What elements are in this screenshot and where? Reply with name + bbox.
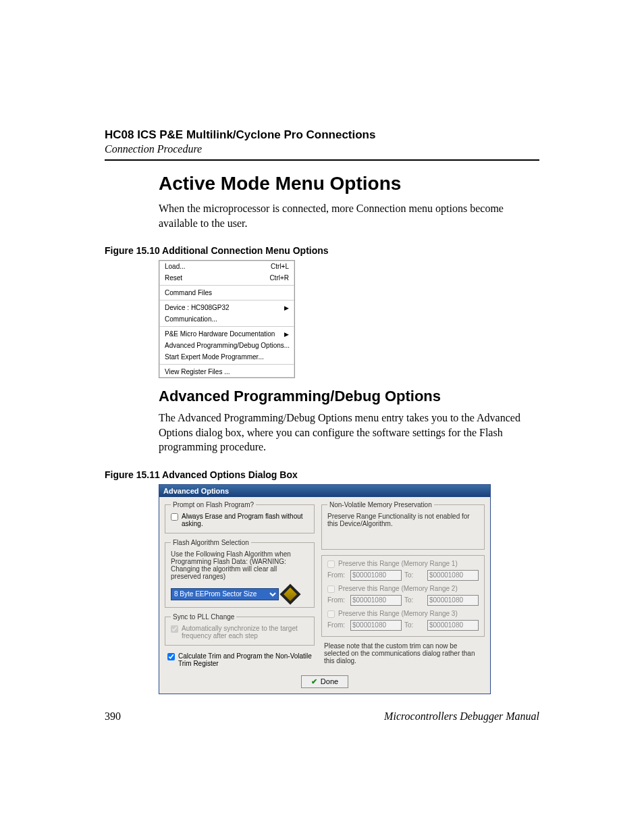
range2-to-input bbox=[427, 595, 479, 606]
range3-label: Preserve this Range (Memory Range 3) bbox=[338, 610, 458, 617]
dialog-title: Advanced Options bbox=[159, 485, 490, 497]
menu-separator bbox=[159, 300, 294, 301]
algorithm-group: Flash Algorithm Selection Use the Follow… bbox=[165, 539, 315, 608]
menu-label: Device : HC908GP32 bbox=[165, 304, 230, 311]
advanced-options-dialog: Advanced Options Prompt on Flash Program… bbox=[159, 484, 491, 694]
to-label: To: bbox=[404, 621, 425, 629]
prompt-group: Prompt on Flash Program? Always Erase an… bbox=[165, 501, 315, 533]
submenu-arrow-icon: ▶ bbox=[284, 331, 289, 338]
custom-trim-note: Please note that the custom trim can now… bbox=[321, 642, 485, 664]
done-button[interactable]: ✔ Done bbox=[301, 675, 348, 688]
trim-checkbox[interactable] bbox=[167, 653, 175, 660]
range3-from-input bbox=[350, 620, 402, 631]
menu-label: Reset bbox=[165, 274, 182, 282]
range1-to-input bbox=[427, 570, 479, 581]
nvm-group: Non-Volatile Memory Preservation Preserv… bbox=[321, 501, 485, 550]
algorithm-legend: Flash Algorithm Selection bbox=[171, 539, 251, 546]
range1-checkbox bbox=[327, 561, 335, 568]
menu-separator bbox=[159, 364, 294, 365]
menu-label: Command Files bbox=[165, 289, 212, 296]
sync-checkbox bbox=[171, 625, 178, 633]
menu-item-command-files[interactable]: Command Files bbox=[159, 287, 294, 298]
figure-11-caption: Figure 15.11 Advanced Options Dialog Box bbox=[105, 469, 539, 480]
menu-label: P&E Micro Hardware Documentation bbox=[165, 330, 275, 338]
section-2-para: The Advanced Programming/Debug Options m… bbox=[159, 411, 539, 454]
sync-legend: Sync to PLL Change bbox=[171, 613, 236, 621]
header-rule bbox=[105, 159, 539, 161]
menu-item-load[interactable]: Load... Ctrl+L bbox=[159, 261, 294, 272]
range2-checkbox bbox=[327, 585, 335, 593]
submenu-arrow-icon: ▶ bbox=[284, 305, 289, 311]
trim-label: Calculate Trim and Program the Non-Volat… bbox=[178, 652, 312, 667]
header-title: HC08 ICS P&E Multilink/Cyclone Pro Conne… bbox=[105, 128, 539, 142]
from-label: From: bbox=[327, 571, 348, 579]
menu-label: Communication... bbox=[165, 315, 217, 323]
to-label: To: bbox=[404, 571, 425, 579]
page-number: 390 bbox=[105, 710, 121, 723]
menu-separator bbox=[159, 285, 294, 286]
menu-item-reset[interactable]: Reset Ctrl+R bbox=[159, 272, 294, 284]
algorithm-select[interactable]: 8 Byte EEProm Sector Size bbox=[171, 588, 279, 600]
range3-checkbox bbox=[327, 610, 335, 618]
sync-label: Automatically synchronize to the target … bbox=[182, 625, 308, 640]
nvm-note: Preserve Range Functionality is not enab… bbox=[327, 513, 479, 527]
prompt-legend: Prompt on Flash Program? bbox=[171, 501, 256, 509]
menu-item-expert[interactable]: Start Expert Mode Programmer... bbox=[159, 351, 294, 363]
menu-label: Advanced Programming/Debug Options... bbox=[165, 342, 290, 349]
range1-from-input bbox=[350, 570, 402, 581]
menu-shortcut: Ctrl+R bbox=[269, 274, 289, 282]
menu-label: View Register Files ... bbox=[165, 368, 230, 375]
range3-to-input bbox=[427, 620, 479, 631]
menu-item-pe-doc[interactable]: P&E Micro Hardware Documentation ▶ bbox=[159, 328, 294, 340]
done-label: Done bbox=[321, 677, 338, 685]
from-label: From: bbox=[327, 621, 348, 629]
menu-label: Start Expert Mode Programmer... bbox=[165, 353, 264, 361]
always-erase-label: Always Erase and Program flash without a… bbox=[182, 513, 308, 527]
menu-shortcut: Ctrl+L bbox=[271, 263, 289, 270]
section-heading-1: Active Mode Menu Options bbox=[159, 173, 539, 194]
menu-item-advanced[interactable]: Advanced Programming/Debug Options... bbox=[159, 340, 294, 351]
section-1-para: When the microprocessor is connected, mo… bbox=[159, 201, 539, 230]
range1-label: Preserve this Range (Memory Range 1) bbox=[338, 560, 458, 567]
manual-title: Microcontrollers Debugger Manual bbox=[384, 710, 539, 723]
sync-group: Sync to PLL Change Automatically synchro… bbox=[165, 613, 315, 646]
to-label: To: bbox=[404, 596, 425, 604]
menu-item-device[interactable]: Device : HC908GP32 ▶ bbox=[159, 302, 294, 313]
check-icon: ✔ bbox=[311, 677, 317, 686]
always-erase-checkbox[interactable] bbox=[171, 513, 178, 521]
menu-item-communication[interactable]: Communication... bbox=[159, 313, 294, 325]
menu-separator bbox=[159, 326, 294, 327]
algorithm-warning: Use the Following Flash Algorithm when P… bbox=[171, 550, 308, 580]
figure-10-caption: Figure 15.10 Additional Connection Menu … bbox=[105, 245, 539, 256]
nvm-legend: Non-Volatile Memory Preservation bbox=[327, 501, 434, 509]
range2-from-input bbox=[350, 595, 402, 606]
from-label: From: bbox=[327, 596, 348, 604]
menu-label: Load... bbox=[165, 263, 186, 270]
menu-item-view-register[interactable]: View Register Files ... bbox=[159, 366, 294, 377]
header-subtitle: Connection Procedure bbox=[105, 143, 539, 155]
section-heading-2: Advanced Programming/Debug Options bbox=[159, 388, 539, 405]
chip-icon bbox=[279, 583, 300, 604]
ranges-group: Preserve this Range (Memory Range 1) Fro… bbox=[321, 555, 485, 637]
range2-label: Preserve this Range (Memory Range 2) bbox=[338, 585, 458, 592]
context-menu: Load... Ctrl+L Reset Ctrl+R Command File… bbox=[159, 260, 295, 378]
